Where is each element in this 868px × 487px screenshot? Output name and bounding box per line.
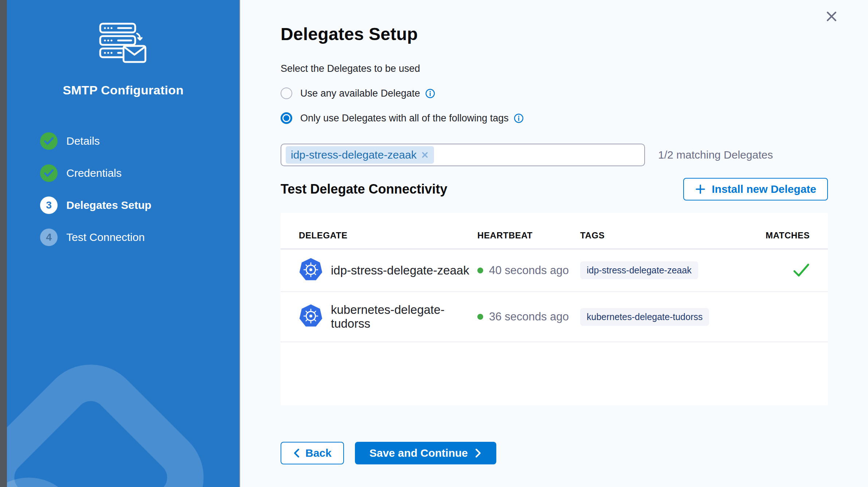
plus-icon [695,184,706,195]
chevron-right-icon [474,448,482,458]
info-icon[interactable] [514,113,524,123]
tag-chip-label: idp-stress-delegate-zeaak [291,149,417,161]
brand-watermark [7,343,225,487]
heartbeat-status-dot [477,268,483,273]
save-and-continue-button[interactable]: Save and Continue [355,442,496,464]
col-header-matches: MATCHES [765,230,810,241]
step-label: Details [66,135,100,147]
step-label: Delegates Setup [66,199,151,211]
col-header-heartbeat: HEARTBEAT [477,230,580,241]
step-details[interactable]: Details [40,132,239,150]
wizard-steps: Details Credentials 3 Delegates Setup 4 … [7,132,239,246]
chevron-left-icon [293,448,300,458]
remove-tag-icon[interactable] [421,151,429,159]
radio-label: Use any available Delegate [300,88,420,99]
step-label: Credentials [66,167,122,179]
info-icon[interactable] [425,89,435,98]
matching-delegates-count: 1/2 matching Delegates [658,149,773,161]
kubernetes-icon [299,304,323,330]
step-credentials[interactable]: Credentials [40,164,239,182]
step-delegates-setup[interactable]: 3 Delegates Setup [40,196,239,214]
radio-selected-icon[interactable] [281,112,292,124]
radio-delegates-with-tags[interactable]: Only use Delegates with all of the follo… [281,112,828,125]
delegate-tag-pill: idp-stress-delegate-zeaak [580,261,698,279]
col-header-tags: TAGS [580,230,765,241]
heartbeat-status-dot [477,314,483,320]
delegate-name: kubernetes-delegate-tudorss [331,303,477,331]
delegate-tag-pill: kubernetes-delegate-tudorss [580,308,709,326]
heartbeat-time: 40 seconds ago [489,264,569,277]
page-subtitle: Select the Delegates to be used [281,63,828,74]
col-header-delegate: DELEGATE [299,230,477,241]
close-icon[interactable] [824,9,839,24]
heartbeat-time: 36 seconds ago [489,310,569,323]
back-button[interactable]: Back [281,442,344,464]
smtp-servers-mail-icon [7,0,239,63]
radio-any-delegate[interactable]: Use any available Delegate [281,87,828,100]
kubernetes-icon [299,258,323,283]
step-number-badge: 4 [40,229,58,246]
step-done-check-icon [40,132,58,150]
step-number-badge: 3 [40,196,58,214]
table-row[interactable]: idp-stress-delegate-zeaak 40 seconds ago… [281,249,828,292]
table-header-row: DELEGATE HEARTBEAT TAGS MATCHES [281,213,828,249]
delegates-table: DELEGATE HEARTBEAT TAGS MATCHES [281,213,828,405]
delegates-setup-panel: Delegates Setup Select the Delegates to … [240,0,868,487]
delegate-tags-input[interactable]: idp-stress-delegate-zeaak [281,144,645,166]
delegate-selection-radio-group: Use any available Delegate Only use Dele… [281,87,828,125]
step-test-connection[interactable]: 4 Test Connection [40,229,239,246]
step-label: Test Connection [66,231,145,244]
delegate-name: idp-stress-delegate-zeaak [331,264,469,277]
install-new-delegate-button[interactable]: Install new Delegate [683,178,828,200]
tag-chip: idp-stress-delegate-zeaak [286,146,434,164]
step-done-check-icon [40,164,58,182]
wizard-footer: Back Save and Continue [281,442,828,464]
smtp-configuration-modal: SMTP Configuration Details Credentials 3 [0,0,868,487]
app-background-edge [0,0,7,487]
wizard-sidebar: SMTP Configuration Details Credentials 3 [7,0,240,487]
page-title: Delegates Setup [281,24,828,44]
matches-check-icon [793,263,810,278]
section-title: Test Delegate Connectivity [281,182,447,197]
radio-label: Only use Delegates with all of the follo… [300,113,509,124]
wizard-title: SMTP Configuration [7,83,239,97]
table-row[interactable]: kubernetes-delegate-tudorss 36 seconds a… [281,292,828,342]
radio-unselected-icon[interactable] [281,87,292,99]
